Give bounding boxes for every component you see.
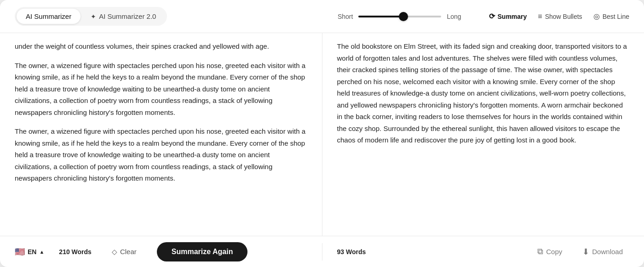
- tab-ai-summarizer-label: AI Summarizer: [26, 12, 71, 20]
- left-paragraph-2: The owner, a wizened figure with spectac…: [15, 60, 307, 119]
- footer-left: 🇺🇸 EN ▲ 210 Words ◇ Clear Summarize Agai…: [0, 242, 322, 261]
- download-icon: ⬇: [582, 247, 589, 257]
- right-word-count: 93 Words: [337, 248, 366, 256]
- language-label: EN: [28, 248, 36, 256]
- slider-min-label: Short: [338, 13, 353, 20]
- view-option-summary-label: Summary: [498, 13, 527, 20]
- tab-group: AI Summarizer ✦ AI Summarizer 2.0: [15, 7, 167, 26]
- left-pane-scroll[interactable]: under the weight of countless volumes, t…: [0, 33, 322, 236]
- copy-icon: ⧉: [537, 247, 543, 256]
- copy-button[interactable]: ⧉ Copy: [531, 243, 569, 260]
- clear-label: Clear: [120, 248, 137, 256]
- summarize-label: Summarize Again: [172, 248, 233, 256]
- tab-ai-summarizer-2-label: AI Summarizer 2.0: [99, 12, 156, 20]
- right-summary-text: The old bookstore on Elm Street, with it…: [337, 40, 630, 146]
- tab-ai-summarizer[interactable]: AI Summarizer: [17, 9, 80, 24]
- clear-button[interactable]: ◇ Clear: [106, 244, 142, 260]
- app-container: AI Summarizer ✦ AI Summarizer 2.0 Short …: [0, 0, 644, 267]
- lang-arrow-icon: ▲: [39, 249, 44, 255]
- left-pane: under the weight of countless volumes, t…: [0, 33, 322, 236]
- view-option-summary[interactable]: ⟳ Summary: [489, 12, 527, 21]
- download-button[interactable]: ⬇ Download: [576, 243, 629, 261]
- view-option-best-line[interactable]: ◎ Best Line: [593, 12, 629, 21]
- left-paragraph-1: under the weight of countless volumes, t…: [15, 40, 307, 52]
- right-pane-scroll[interactable]: The old bookstore on Elm Street, with it…: [322, 33, 644, 236]
- view-option-bullets-label: Show Bullets: [545, 13, 582, 20]
- copy-label: Copy: [546, 248, 562, 256]
- summary-icon: ⟳: [489, 12, 495, 21]
- sparkle-icon: ✦: [91, 13, 96, 20]
- footer: 🇺🇸 EN ▲ 210 Words ◇ Clear Summarize Agai…: [0, 236, 644, 267]
- view-options: ⟳ Summary ≡ Show Bullets ◎ Best Line: [489, 12, 629, 21]
- flag-icon: 🇺🇸: [15, 247, 25, 257]
- slider-max-label: Long: [447, 13, 461, 20]
- bullets-icon: ≡: [538, 12, 542, 21]
- slider-group: Short Long: [338, 13, 461, 20]
- view-option-best-line-label: Best Line: [603, 13, 629, 20]
- language-selector[interactable]: 🇺🇸 EN ▲: [15, 247, 44, 257]
- left-paragraph-3: The owner, a wizened figure with spectac…: [15, 125, 307, 184]
- tab-ai-summarizer-2[interactable]: ✦ AI Summarizer 2.0: [81, 9, 165, 24]
- length-slider[interactable]: [358, 16, 441, 17]
- left-word-count: 210 Words: [59, 248, 92, 256]
- content-area: under the weight of countless volumes, t…: [0, 33, 644, 236]
- footer-right: 93 Words ⧉ Copy ⬇ Download: [322, 243, 644, 261]
- right-pane: The old bookstore on Elm Street, with it…: [322, 33, 644, 236]
- best-line-icon: ◎: [593, 12, 600, 21]
- summarize-again-button[interactable]: Summarize Again: [157, 242, 248, 261]
- view-option-bullets[interactable]: ≡ Show Bullets: [538, 12, 582, 21]
- header: AI Summarizer ✦ AI Summarizer 2.0 Short …: [0, 0, 644, 33]
- clear-icon: ◇: [112, 248, 117, 256]
- download-label: Download: [592, 248, 623, 256]
